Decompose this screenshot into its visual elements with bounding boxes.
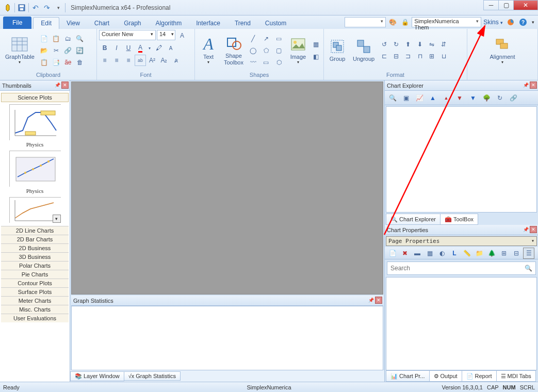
menu-custom[interactable]: Custom xyxy=(258,18,294,29)
paste-icon[interactable]: 📋 xyxy=(39,57,50,68)
select-icon[interactable]: ▣ xyxy=(400,92,412,104)
align-left-icon[interactable]: ≡ xyxy=(99,55,110,66)
expand-icon[interactable]: ⊞ xyxy=(498,248,510,259)
tab-report[interactable]: 📄Report xyxy=(462,370,497,382)
align-l-icon[interactable]: ⊏ xyxy=(379,51,390,62)
cut-icon[interactable]: ✂ xyxy=(51,45,62,56)
help-dropdown-icon[interactable]: ▾ xyxy=(530,17,536,28)
align-right-icon[interactable]: ≡ xyxy=(123,55,134,66)
cat-pie[interactable]: Pie Charts xyxy=(1,270,69,279)
italic-icon[interactable]: I xyxy=(111,42,122,54)
menu-view[interactable]: View xyxy=(59,18,87,29)
up-blue-icon[interactable]: ▲ xyxy=(427,92,438,104)
shrink-font-icon[interactable]: A xyxy=(165,42,176,54)
props-body[interactable] xyxy=(386,277,537,370)
search-input[interactable] xyxy=(390,265,525,272)
qat-dropdown-icon[interactable]: ▾ xyxy=(53,2,64,13)
menu-edit[interactable]: Edit xyxy=(33,17,59,29)
font-name-combo[interactable]: Courier New xyxy=(99,30,156,40)
window-icon[interactable]: ▬ xyxy=(412,248,423,259)
menu-algorithm[interactable]: Algorithm xyxy=(149,18,189,29)
link-icon[interactable]: 🔗 xyxy=(62,45,74,56)
pin-icon[interactable]: 📌 xyxy=(522,226,529,233)
find-icon[interactable]: 🔍 xyxy=(74,33,86,44)
cat-2d-business[interactable]: 2D Business xyxy=(1,243,69,252)
thumbnail-item[interactable]: Physics xyxy=(9,104,61,148)
app-icon[interactable] xyxy=(2,2,13,13)
redo-icon[interactable]: ↷ xyxy=(41,2,53,13)
delete-icon[interactable]: 🗑 xyxy=(74,57,86,68)
open-icon[interactable]: 📂 xyxy=(39,45,50,56)
up-red-icon[interactable]: ▲ xyxy=(441,92,452,104)
explorer-body[interactable] xyxy=(386,106,537,213)
fontcolor-icon[interactable]: A xyxy=(135,42,146,54)
font-size-combo[interactable]: 14 xyxy=(157,30,175,40)
superscript-icon[interactable]: A² xyxy=(146,55,158,66)
star-icon[interactable]: ⬡ xyxy=(273,57,285,68)
close-button[interactable]: ✕ xyxy=(513,0,538,10)
flip-h-icon[interactable]: ⇋ xyxy=(426,39,437,50)
paste-special-icon[interactable]: 🗂 xyxy=(62,33,74,44)
details-icon[interactable]: ☰ xyxy=(523,248,534,259)
panel-close-icon[interactable]: ✕ xyxy=(530,226,537,233)
menu-chart[interactable]: Chart xyxy=(87,18,117,29)
thumb-dropdown-icon[interactable]: ▾ xyxy=(53,215,61,223)
tab-mdi[interactable]: ☰MDI Tabs xyxy=(496,370,536,382)
cat-2d-line[interactable]: 2D Line Charts xyxy=(1,226,69,235)
ab-box-icon[interactable]: ab xyxy=(135,55,146,66)
cat-user[interactable]: User Evaluations xyxy=(1,314,69,322)
tree-icon[interactable]: 🌳 xyxy=(481,92,492,104)
cat-2d-bar[interactable]: 2D Bar Charts xyxy=(1,235,69,243)
rotate-left-icon[interactable]: ↺ xyxy=(379,39,390,50)
panel-close-icon[interactable]: ✕ xyxy=(61,81,69,89)
palette-icon[interactable]: 🎨 xyxy=(387,17,398,28)
rect2-icon[interactable]: ▭ xyxy=(260,57,272,68)
save-icon[interactable] xyxy=(16,2,27,13)
folder-icon[interactable]: 📁 xyxy=(474,248,485,259)
tree2-icon[interactable]: 🌲 xyxy=(486,248,497,259)
bold-icon[interactable]: B xyxy=(99,42,110,54)
ellipse-icon[interactable]: ◯ xyxy=(248,45,259,56)
send-back-icon[interactable]: ⬇ xyxy=(414,39,426,50)
align-c-icon[interactable]: ⊟ xyxy=(390,51,402,62)
text-button[interactable]: A Text ▾ xyxy=(197,35,220,66)
tab-chart-properties[interactable]: 📊Chart Pr... xyxy=(386,370,430,382)
tab-toolbox[interactable]: 🧰ToolBox xyxy=(440,214,478,225)
clear-format-icon[interactable]: A̷ xyxy=(170,55,182,66)
new-doc-icon[interactable]: 📄 xyxy=(387,248,398,259)
image-opt2-icon[interactable]: ◧ xyxy=(311,51,322,62)
page-properties-dropdown[interactable]: Page Properties xyxy=(386,236,537,246)
cat-contour[interactable]: Contour Plots xyxy=(1,279,69,287)
fontcolor-dd-icon[interactable]: ▾ xyxy=(146,42,153,54)
shape-toolbox-button[interactable]: Shape Toolbox xyxy=(221,34,247,66)
menu-file[interactable]: File xyxy=(3,17,31,29)
align-r-icon[interactable]: ⊐ xyxy=(402,51,414,62)
minimize-button[interactable]: ─ xyxy=(483,0,499,10)
flip-v-icon[interactable]: ⇵ xyxy=(438,39,449,50)
rrect-icon[interactable]: ▢ xyxy=(273,45,285,56)
graphtable-button[interactable]: GraphTable ▾ xyxy=(2,35,38,66)
menu-trend[interactable]: Trend xyxy=(227,18,258,29)
bring-front-icon[interactable]: ⬆ xyxy=(402,39,414,50)
maximize-button[interactable]: ▢ xyxy=(498,0,514,10)
L-icon[interactable]: L xyxy=(449,248,460,259)
image-button[interactable]: Image ▾ xyxy=(287,35,309,66)
clipboard2-icon[interactable]: 📑 xyxy=(51,57,62,68)
highlight-icon[interactable]: 🖍 xyxy=(153,42,165,54)
panel-close-icon[interactable]: ✕ xyxy=(375,297,382,304)
delete-prop-icon[interactable]: ✖ xyxy=(399,248,411,259)
cat-misc[interactable]: Misc. Charts xyxy=(1,305,69,314)
undo-icon[interactable]: ↶ xyxy=(30,2,41,13)
tab-output[interactable]: ⚙Output xyxy=(429,370,462,382)
pin-icon[interactable]: 📌 xyxy=(54,81,61,89)
collapse-icon[interactable]: ⊟ xyxy=(511,248,522,259)
cat-polar[interactable]: Polar Charts xyxy=(1,261,69,270)
char-icon[interactable]: ãe xyxy=(62,57,74,68)
curve-icon[interactable]: 〰 xyxy=(248,57,259,68)
line-icon[interactable]: ╱ xyxy=(248,33,259,44)
skins-button[interactable]: Skins ▾ xyxy=(482,18,504,27)
property-search[interactable]: 🔍 xyxy=(387,262,536,275)
search-icon[interactable]: 🔍 xyxy=(525,265,532,272)
tab-layer-window[interactable]: 📚Layer Window xyxy=(70,371,124,381)
lock-icon[interactable]: 🔒 xyxy=(399,17,411,28)
